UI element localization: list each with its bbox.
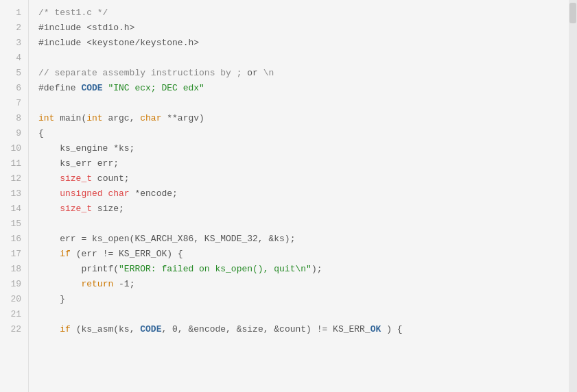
line-num-2: 2 [0,21,21,36]
line-num-11: 11 [0,156,21,171]
code-line-20: } [38,292,577,307]
line-num-9: 9 [0,126,21,141]
line-num-7: 7 [0,96,21,111]
line-num-22: 22 [0,322,21,337]
line-num-12: 12 [0,171,21,186]
line-num-1: 1 [0,5,21,21]
code-line-6: #define CODE "INC ecx; DEC edx" [38,81,577,96]
code-line-9: { [38,126,577,141]
code-line-12: size_t count; [38,171,577,186]
line-num-16: 16 [0,232,21,247]
line-num-20: 20 [0,292,21,307]
line-num-5: 5 [0,66,21,81]
code-line-3: #include <keystone/keystone.h> [38,36,577,51]
code-line-22: if (ks_asm(ks, CODE, 0, &encode, &size, … [38,322,577,337]
line-num-21: 21 [0,307,21,322]
scrollbar-thumb[interactable] [569,3,576,23]
code-line-13: unsigned char *encode; [38,186,577,201]
code-line-14: size_t size; [38,201,577,217]
code-line-17: if (err != KS_ERR_OK) { [38,247,577,262]
line-numbers: 1 2 3 4 5 6 7 8 9 10 11 12 13 14 15 16 1… [0,0,29,392]
code-line-5: // separate assembly instructions by ; o… [38,66,577,81]
line-num-13: 13 [0,186,21,201]
line-num-6: 6 [0,81,21,96]
editor-container: 1 2 3 4 5 6 7 8 9 10 11 12 13 14 15 16 1… [0,0,577,392]
code-line-19: return -1; [38,277,577,292]
code-line-7 [38,96,577,111]
line-num-4: 4 [0,51,21,66]
line-num-17: 17 [0,247,21,262]
line-num-19: 19 [0,277,21,292]
code-line-8: int main(int argc, char **argv) [38,111,577,126]
line-num-18: 18 [0,262,21,277]
code-line-1: /* test1.c */ [38,5,577,21]
line-num-8: 8 [0,111,21,126]
code-line-21 [38,307,577,322]
line-num-3: 3 [0,36,21,51]
code-line-10: ks_engine *ks; [38,141,577,156]
line-num-15: 15 [0,217,21,232]
code-line-18: printf("ERROR: failed on ks_open(), quit… [38,262,577,277]
code-line-11: ks_err err; [38,156,577,171]
code-line-2: #include <stdio.h> [38,21,577,36]
code-content[interactable]: /* test1.c */ #include <stdio.h> #includ… [29,0,577,392]
code-line-16: err = ks_open(KS_ARCH_X86, KS_MODE_32, &… [38,232,577,247]
code-line-4 [38,51,577,66]
scrollbar[interactable] [569,0,577,392]
line-num-14: 14 [0,201,21,217]
code-area: 1 2 3 4 5 6 7 8 9 10 11 12 13 14 15 16 1… [0,0,577,392]
line-num-10: 10 [0,141,21,156]
code-line-15 [38,217,577,232]
